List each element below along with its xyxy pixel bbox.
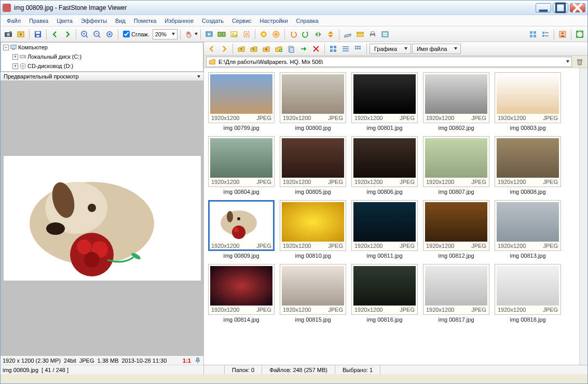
crop-icon[interactable] [241,29,252,40]
svg-point-85 [237,217,240,220]
menu-tag[interactable]: Пометка [130,16,161,25]
zoom-out-icon[interactable] [91,29,103,40]
thumbnail[interactable]: 1920x1200JPEGimg 00808.jpg [495,136,561,195]
sort-combo[interactable]: Имя файла [412,44,461,54]
thumbnail[interactable]: 1920x1200JPEGimg 00807.jpg [423,136,489,195]
tree-expander-icon[interactable]: + [12,63,18,69]
svg-rect-10 [36,35,39,37]
thumbnail[interactable]: 1920x1200JPEGimg 00813.jpg [495,200,561,259]
email-icon[interactable] [354,29,366,40]
menu-settings[interactable]: Настройки [256,16,292,25]
thumbnail[interactable]: 1920x1200JPEGimg 00812.jpg [423,200,489,259]
tree-root[interactable]: Компьютер [18,44,48,50]
view-list-icon[interactable] [540,29,551,40]
hand-dropdown-icon[interactable] [195,33,198,35]
menu-create[interactable]: Создать [198,16,228,25]
drive-icon [19,53,26,60]
thumbnail[interactable]: 1920x1200JPEGimg 00799.jpg [208,72,275,131]
close-button[interactable] [570,3,585,12]
save-icon[interactable] [32,29,44,40]
thumbnail[interactable]: 1920x1200JPEGimg 00804.jpg [208,136,275,195]
tree-item[interactable]: CD-дисковод (D:) [28,63,73,69]
zoom-in-icon[interactable] [79,29,90,40]
scanner-icon[interactable] [342,29,353,40]
thumb-image [353,266,416,306]
tree-item[interactable]: Локальный диск (C:) [28,54,81,60]
chevron-down-icon[interactable] [197,75,200,78]
adjust-icon[interactable] [258,29,269,40]
compare-icon[interactable] [216,29,227,40]
view-large-icon[interactable] [327,43,339,55]
print-icon[interactable] [367,29,378,40]
rotate-left-icon[interactable] [288,29,299,40]
maximize-button[interactable] [553,3,568,12]
zoom-ratio[interactable]: 1:1 [183,357,191,364]
thumbnail[interactable]: 1920x1200JPEGimg 00815.jpg [280,264,346,323]
menu-colors[interactable]: Цвета [52,16,77,25]
up-folder-icon[interactable] [236,43,247,55]
menu-tools[interactable]: Сервис [228,16,256,25]
menu-help[interactable]: Справка [292,16,323,25]
chevron-down-icon[interactable] [566,60,569,63]
new-folder-icon[interactable] [273,43,284,55]
wallpaper-icon[interactable] [228,29,240,40]
prev-icon[interactable] [49,29,61,40]
thumbnail[interactable]: 1920x1200JPEGimg 00805.jpg [280,136,346,195]
minimize-button[interactable] [536,3,551,12]
zoom-fit-icon[interactable] [104,29,115,40]
copy-to-icon[interactable] [285,43,297,55]
trash-icon[interactable] [574,56,585,68]
view-thumbs-icon[interactable] [527,29,539,40]
flip-h-icon[interactable] [312,29,324,40]
thumbnail[interactable]: 1920x1200JPEGimg 00806.jpg [351,136,418,195]
path-field[interactable]: E:\Для работы\Wallpapers. HQ. Mix 506\ [206,57,572,67]
thumbnail[interactable]: 1920x1200JPEGimg 00800.jpg [280,72,346,131]
menu-effects[interactable]: Эффекты [77,16,111,25]
scrollbar[interactable] [579,68,587,365]
thumbnail[interactable]: 1920x1200JPEGimg 00817.jpg [423,264,489,323]
person-icon[interactable] [557,29,568,40]
thumbnail[interactable]: 1920x1200JPEGimg 00809.jpg [208,200,275,259]
preview-area[interactable] [1,81,203,355]
thumbnail[interactable]: 1920x1200JPEGimg 00814.jpg [208,264,275,323]
pin-icon[interactable] [194,357,201,364]
thumbnail[interactable]: 1920x1200JPEGimg 00811.jpg [351,200,418,259]
slideshow-icon[interactable] [203,29,215,40]
menu-favorites[interactable]: Избранное [160,16,198,25]
hand-icon[interactable] [183,29,195,40]
move-to-icon[interactable] [298,43,309,55]
settings-icon[interactable] [379,29,391,40]
thumbnail[interactable]: 1920x1200JPEGimg 00816.jpg [351,264,418,323]
right-panel: Графика Имя файла E:\Для работы\Wallpape… [204,42,587,374]
acquire-icon[interactable] [15,29,26,40]
smooth-checkbox[interactable]: Сглаж. [121,31,152,37]
effects-icon[interactable] [270,29,282,40]
forward-icon[interactable] [218,43,230,55]
flip-v-icon[interactable] [325,29,336,40]
thumbnail[interactable]: 1920x1200JPEGimg 00802.jpg [423,72,489,131]
delete-icon[interactable] [310,43,322,55]
thumbnail[interactable]: 1920x1200JPEGimg 00803.jpg [495,72,561,131]
folder-tree[interactable]: − Компьютер + Локальный диск (C:) + CD-д… [1,42,203,72]
capture-icon[interactable] [3,29,14,40]
tree-expander-icon[interactable]: − [3,45,9,50]
titlebar: img 00809.jpg - FastStone Image Viewer [1,1,587,15]
filter-combo[interactable]: Графика [370,44,411,54]
next-icon[interactable] [62,29,73,40]
tree-expander-icon[interactable]: + [12,54,18,60]
rotate-right-icon[interactable] [300,29,311,40]
fullscreen-icon[interactable] [574,29,585,40]
thumbnail-grid[interactable]: 1920x1200JPEGimg 00799.jpg1920x1200JPEGi… [204,68,587,365]
menu-file[interactable]: Файл [3,16,25,25]
view-small-icon[interactable] [352,43,364,55]
menu-edit[interactable]: Правка [25,16,52,25]
thumbnail[interactable]: 1920x1200JPEGimg 00810.jpg [280,200,346,259]
back-icon[interactable] [206,43,217,55]
refresh-folder-icon[interactable] [248,43,259,55]
menu-view[interactable]: Вид [111,16,130,25]
zoom-combo[interactable]: 20% [153,29,177,39]
view-details-icon[interactable] [340,43,351,55]
thumbnail[interactable]: 1920x1200JPEGimg 00801.jpg [351,72,418,131]
thumbnail[interactable]: 1920x1200JPEGimg 00818.jpg [495,264,561,323]
fav-folder-icon[interactable] [261,43,272,55]
